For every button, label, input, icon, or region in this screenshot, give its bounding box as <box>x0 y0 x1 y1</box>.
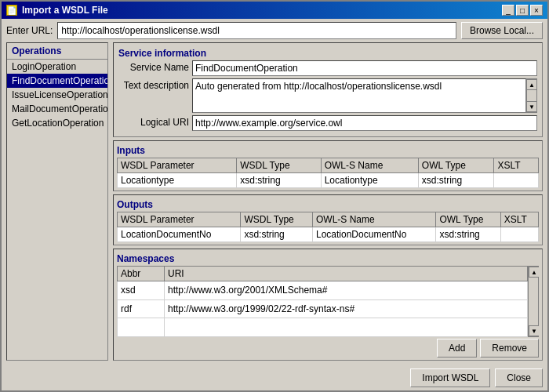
ns-cell-1-abbr: rdf <box>118 299 165 318</box>
outputs-table: WSDL Parameter WSDL Type OWL-S Name OWL … <box>117 212 539 242</box>
op-item-issueLicense[interactable]: IssueLicenseOperation <box>7 88 107 102</box>
operations-list: LoginOperation FindDocumentOperation Iss… <box>7 60 107 360</box>
logical-uri-label: Logical URI <box>118 115 189 128</box>
ns-scrollbar: ▲ ▼ <box>528 266 539 337</box>
import-wsdl-button[interactable]: Import WSDL <box>410 368 490 387</box>
scroll-up-btn[interactable]: ▲ <box>526 79 537 90</box>
outputs-cell-0-0: LocationDocumentNo <box>118 227 241 242</box>
main-content: Operations LoginOperation FindDocumentOp… <box>2 42 547 365</box>
ns-row-1: rdf http://www.w3.org/1999/02/22-rdf-syn… <box>118 299 528 318</box>
ns-cell-1-uri: http://www.w3.org/1999/02/22-rdf-syntax-… <box>165 299 528 318</box>
inputs-section: Inputs WSDL Parameter WSDL Type OWL-S Na… <box>113 140 543 191</box>
right-panel: Service information Service Name Text de… <box>113 42 543 361</box>
operations-title: Operations <box>7 43 107 60</box>
text-desc-textarea[interactable]: Auto generated from http://localhost/ope… <box>192 78 526 113</box>
outputs-title: Outputs <box>117 198 539 212</box>
inputs-cell-0-2: Locationtype <box>321 173 418 188</box>
ns-table-container: Abbr URI xsd http://www.w3.org/2001/XMLS… <box>117 266 539 337</box>
ns-scroll-up[interactable]: ▲ <box>529 267 539 278</box>
inputs-cell-0-1: xsd:string <box>237 173 321 188</box>
text-desc-wrap: Auto generated from http://localhost/ope… <box>192 78 537 113</box>
service-info-section: Service information Service Name Text de… <box>113 42 543 137</box>
ns-row-0: xsd http://www.w3.org/2001/XMLSchema# <box>118 281 528 300</box>
textarea-scrollbar: ▲ ▼ <box>526 78 537 113</box>
ns-row-2 <box>118 318 528 337</box>
inputs-col-wsdl-type: WSDL Type <box>237 158 321 173</box>
remove-button[interactable]: Remove <box>480 339 539 358</box>
inputs-row-0: Locationtype xsd:string Locationtype xsd… <box>118 173 539 188</box>
ns-cell-2-abbr <box>118 318 165 337</box>
outputs-col-owls-name: OWL-S Name <box>313 212 436 227</box>
op-item-getLocation[interactable]: GetLocationOperation <box>7 116 107 130</box>
service-name-label: Service Name <box>118 60 189 73</box>
service-name-row: Service Name <box>118 60 537 76</box>
ns-cell-0-uri: http://www.w3.org/2001/XMLSchema# <box>165 281 528 300</box>
title-bar: 📄 Import a WSDL File _ □ × <box>2 2 547 19</box>
operations-panel: Operations LoginOperation FindDocumentOp… <box>6 42 108 361</box>
text-desc-row: Text description Auto generated from htt… <box>118 78 537 113</box>
window-controls: _ □ × <box>502 5 543 16</box>
outputs-col-owl-type: OWL Type <box>436 212 500 227</box>
outputs-cell-0-3: xsd:string <box>436 227 500 242</box>
op-item-login[interactable]: LoginOperation <box>7 60 107 74</box>
op-item-mailDocument[interactable]: MailDocumentOperation <box>7 102 107 116</box>
logical-uri-input[interactable] <box>192 115 537 131</box>
ns-col-abbr: Abbr <box>118 267 165 281</box>
inputs-col-xslt: XSLT <box>494 158 539 173</box>
outputs-section: Outputs WSDL Parameter WSDL Type OWL-S N… <box>113 194 543 245</box>
ns-scroll-down[interactable]: ▼ <box>529 325 539 336</box>
service-name-input[interactable] <box>192 60 537 76</box>
namespaces-section: Namespaces Abbr URI xsd http://w <box>113 249 543 361</box>
outputs-cell-0-4 <box>500 227 538 242</box>
inputs-table: WSDL Parameter WSDL Type OWL-S Name OWL … <box>117 158 539 188</box>
ns-cell-2-uri <box>165 318 528 337</box>
add-button[interactable]: Add <box>437 339 477 358</box>
namespaces-title: Namespaces <box>117 252 539 266</box>
outputs-cell-0-2: LocationDocumentNo <box>313 227 436 242</box>
close-dialog-button[interactable]: Close <box>495 368 543 387</box>
maximize-button[interactable]: □ <box>516 5 529 16</box>
inputs-col-owl-type: OWL Type <box>418 158 494 173</box>
main-window: 📄 Import a WSDL File _ □ × Enter URL: Br… <box>0 0 549 392</box>
outputs-row-0: LocationDocumentNo xsd:string LocationDo… <box>118 227 539 242</box>
ns-col-uri: URI <box>165 267 528 281</box>
inputs-title: Inputs <box>117 143 539 158</box>
ns-scroll-track <box>529 278 538 325</box>
text-desc-label: Text description <box>118 78 189 91</box>
inputs-col-wsdl-param: WSDL Parameter <box>118 158 237 173</box>
ns-cell-0-abbr: xsd <box>118 281 165 300</box>
window-icon: 📄 <box>6 5 17 16</box>
outputs-col-wsdl-param: WSDL Parameter <box>118 212 241 227</box>
ns-buttons: Add Remove <box>117 339 539 358</box>
outputs-col-wsdl-type: WSDL Type <box>241 212 313 227</box>
minimize-button[interactable]: _ <box>502 5 514 16</box>
browse-button[interactable]: Browse Local... <box>461 22 543 39</box>
scroll-down-btn[interactable]: ▼ <box>526 101 537 112</box>
inputs-col-owls-name: OWL-S Name <box>321 158 418 173</box>
bottom-bar: Import WSDL Close <box>2 365 547 390</box>
url-label: Enter URL: <box>6 25 53 36</box>
url-bar: Enter URL: Browse Local... <box>2 19 547 42</box>
op-item-findDocument[interactable]: FindDocumentOperation <box>7 74 107 88</box>
inputs-cell-0-0: Locationtype <box>118 173 237 188</box>
inputs-cell-0-3: xsd:string <box>418 173 494 188</box>
window-title: Import a WSDL File <box>22 5 108 16</box>
close-button[interactable]: × <box>530 5 543 16</box>
outputs-cell-0-1: xsd:string <box>241 227 313 242</box>
outputs-col-xslt: XSLT <box>500 212 538 227</box>
service-info-title: Service information <box>118 46 537 60</box>
inputs-cell-0-4 <box>494 173 539 188</box>
url-input[interactable] <box>57 22 456 39</box>
logical-uri-row: Logical URI <box>118 115 537 131</box>
namespaces-table: Abbr URI xsd http://www.w3.org/2001/XMLS… <box>117 266 528 337</box>
